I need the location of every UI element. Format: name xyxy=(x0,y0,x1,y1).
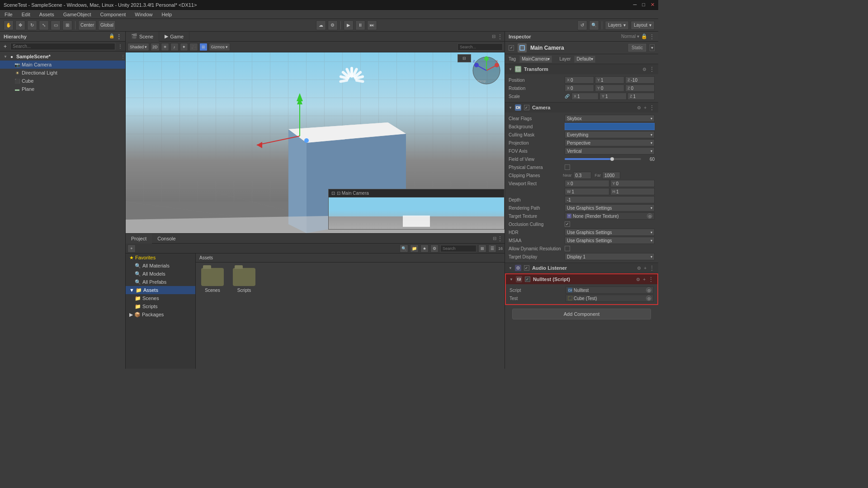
near-value[interactable]: 0.3 xyxy=(573,172,591,179)
dynamic-res-checkbox[interactable] xyxy=(565,246,570,251)
layer-dropdown[interactable]: Default ▾ xyxy=(574,56,595,63)
clear-flags-dropdown[interactable]: Skybox ▾ xyxy=(565,115,655,122)
sidebar-all-models[interactable]: 🔍 All Models xyxy=(126,270,195,278)
background-color[interactable] xyxy=(565,123,655,130)
hierarchy-tab[interactable]: Hierarchy xyxy=(4,34,27,39)
refresh-button[interactable]: ↺ xyxy=(577,20,587,30)
camera-add-icon[interactable]: + xyxy=(644,105,646,110)
maximize-button[interactable]: □ xyxy=(642,2,645,8)
pivot-toggle[interactable]: Center xyxy=(78,20,96,30)
tab-console[interactable]: Console xyxy=(152,234,181,244)
nulltest-add-icon[interactable]: + xyxy=(643,277,646,282)
vp-x-field[interactable]: X 0 xyxy=(565,180,609,187)
fov-axis-dropdown[interactable]: Vertical ▾ xyxy=(565,147,655,155)
camera-overflow-icon[interactable]: ⋮ xyxy=(649,104,655,111)
menu-edit[interactable]: Edit xyxy=(20,11,32,18)
project-view-icon[interactable]: ⊞ xyxy=(478,244,486,253)
hierarchy-menu-icon[interactable]: ⋮ xyxy=(116,33,122,40)
nulltest-settings-icon[interactable]: ⚙ xyxy=(636,277,640,282)
project-menu[interactable]: ⋮ xyxy=(497,235,503,242)
viewport-maximize-btn[interactable]: ⊟ xyxy=(458,54,471,62)
scene-menu[interactable]: ⋮ xyxy=(121,54,125,59)
rotation-x-field[interactable]: X 0 xyxy=(565,84,594,92)
shading-dropdown[interactable]: Shaded ▾ xyxy=(127,43,149,51)
nulltest-checkbox[interactable]: ✓ xyxy=(525,277,530,282)
2d-toggle[interactable]: 2D xyxy=(151,43,160,51)
position-y-field[interactable]: Y 1 xyxy=(595,76,624,84)
project-star-icon[interactable]: ★ xyxy=(420,244,429,253)
msaa-dropdown[interactable]: Use Graphics Settings ▾ xyxy=(565,237,655,244)
tool-rotate[interactable]: ↻ xyxy=(27,20,37,30)
hierarchy-item-main-camera[interactable]: 📷 Main Camera xyxy=(0,61,125,69)
script-field[interactable]: C# Nulltest ◎ xyxy=(566,286,654,294)
project-search[interactable] xyxy=(440,245,476,252)
occlusion-culling-checkbox[interactable]: ✓ xyxy=(565,221,570,227)
skybox-toggle[interactable]: ⊞ xyxy=(199,43,208,51)
search-collab-button[interactable]: 🔍 xyxy=(589,20,599,30)
menu-gameobject[interactable]: GameObject xyxy=(61,11,93,18)
add-component-button[interactable]: Add Component xyxy=(512,309,651,319)
viewport-gizmo[interactable]: X Y Z Persp xyxy=(472,56,501,85)
vp-w-field[interactable]: W 1 xyxy=(565,188,609,195)
scale-lock-icon[interactable]: 🔗 xyxy=(565,94,570,99)
hierarchy-item-directional-light[interactable]: ☀ Directional Light xyxy=(0,69,125,77)
test-select-btn[interactable]: ◎ xyxy=(646,296,651,301)
sidebar-scenes[interactable]: 📁 Scenes xyxy=(126,294,195,302)
audio-toggle[interactable]: ♪ xyxy=(170,43,179,51)
sidebar-all-materials[interactable]: 🔍 All Materials xyxy=(126,262,195,270)
object-name[interactable]: Main Camera xyxy=(530,45,625,51)
hierarchy-item-cube[interactable]: ⬛ Cube xyxy=(0,77,125,85)
sidebar-packages[interactable]: ▶ 📦 Packages xyxy=(126,310,195,319)
depth-value[interactable]: -1 xyxy=(565,196,655,203)
tool-transform[interactable]: ⊞ xyxy=(62,20,72,30)
menu-assets[interactable]: Assets xyxy=(38,11,56,18)
scene-panel-collapse[interactable]: ⊟ xyxy=(492,34,495,39)
inspector-menu-icon[interactable]: ⋮ xyxy=(649,33,655,40)
menu-window[interactable]: Window xyxy=(133,11,154,18)
hdr-dropdown[interactable]: Use Graphics Settings ▾ xyxy=(565,229,655,236)
position-z-field[interactable]: Z -10 xyxy=(625,76,655,84)
vp-h-field[interactable]: H 1 xyxy=(610,188,655,195)
pause-button[interactable]: ⏸ xyxy=(355,20,365,30)
static-dropdown[interactable]: ▾ xyxy=(650,44,655,51)
inspector-debug-dropdown[interactable]: Normal ▾ xyxy=(621,34,639,39)
audio-listener-checkbox[interactable]: ✓ xyxy=(524,265,529,271)
script-select-btn[interactable]: ◎ xyxy=(646,287,651,293)
project-list-icon[interactable]: ☰ xyxy=(488,244,496,253)
project-settings-icon[interactable]: ⚙ xyxy=(430,244,439,253)
cloud-icon[interactable]: ☁ xyxy=(316,20,326,30)
audio-settings-icon[interactable]: ⚙ xyxy=(637,266,641,271)
camera-comp-header[interactable]: ▼ ✓ Camera ⚙ + ⋮ xyxy=(505,103,658,113)
camera-settings-icon[interactable]: ⚙ xyxy=(637,105,641,110)
physical-camera-checkbox[interactable] xyxy=(565,164,570,170)
target-display-dropdown[interactable]: Display 1 ▾ xyxy=(565,253,655,260)
gizmos-dropdown[interactable]: Gizmos ▾ xyxy=(209,43,231,51)
fx-toggle[interactable]: ✦ xyxy=(180,43,188,51)
sidebar-favorites[interactable]: ★ Favorites xyxy=(126,253,195,262)
menu-component[interactable]: Component xyxy=(98,11,127,18)
close-button[interactable]: ✕ xyxy=(651,2,655,8)
scene-search[interactable] xyxy=(458,43,503,51)
settings-icon[interactable]: ⚙ xyxy=(328,20,338,30)
tab-game[interactable]: ▶ Game xyxy=(159,32,189,42)
scene-viewport[interactable]: X Y Z Persp xyxy=(126,52,505,233)
far-value[interactable]: 1000 xyxy=(602,172,620,179)
target-texture-select-btn[interactable]: ◎ xyxy=(647,213,652,219)
folder-scripts[interactable]: Scripts xyxy=(231,266,257,295)
position-x-field[interactable]: X 0 xyxy=(565,76,594,84)
sidebar-scripts[interactable]: 📁 Scripts xyxy=(126,302,195,310)
project-search-icon[interactable]: 🔍 xyxy=(400,244,408,253)
test-field[interactable]: ⬛ Cube (Test) ◎ xyxy=(566,295,654,302)
culling-mask-dropdown[interactable]: Everything ▾ xyxy=(565,131,655,138)
tool-rect[interactable]: ▭ xyxy=(51,20,61,30)
tool-scale[interactable]: ⤡ xyxy=(39,20,49,30)
project-collapse[interactable]: ⊟ xyxy=(493,236,496,241)
step-button[interactable]: ⏭ xyxy=(367,20,377,30)
object-active-checkbox[interactable]: ✓ xyxy=(509,45,514,51)
projection-dropdown[interactable]: Perspective ▾ xyxy=(565,139,655,146)
hierarchy-lock-icon[interactable]: 🔒 xyxy=(109,33,114,40)
rotation-z-field[interactable]: Z 0 xyxy=(625,84,655,92)
hierarchy-item-plane[interactable]: ▬ Plane xyxy=(0,85,125,93)
tag-dropdown[interactable]: MainCamera ▾ xyxy=(519,56,552,63)
scene-panel-menu[interactable]: ⋮ xyxy=(497,33,503,40)
